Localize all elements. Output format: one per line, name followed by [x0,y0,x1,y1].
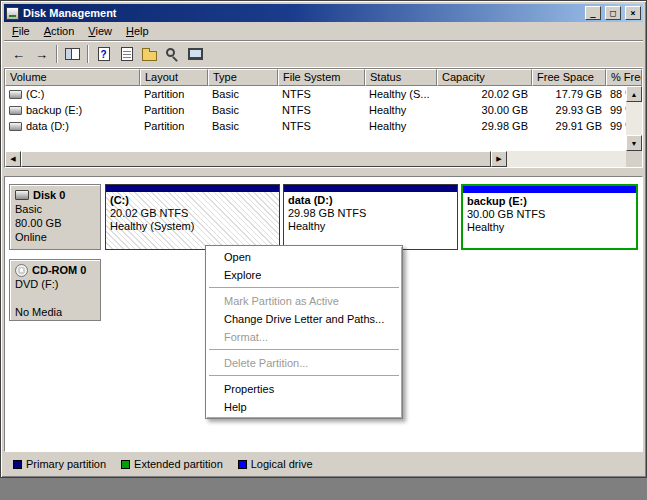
forward-button[interactable]: → [30,44,53,65]
extended-partition-swatch [121,460,130,469]
cell-capacity: 29.98 GB [437,118,532,134]
volume-row-c[interactable]: (C:) Partition Basic NTFS Healthy (S... … [5,86,626,102]
close-button[interactable]: × [625,6,641,20]
console-window-button[interactable] [184,44,207,65]
column-header-capacity[interactable]: Capacity [437,69,532,86]
back-arrow-icon: ← [12,48,25,61]
cdrom-icon [15,264,28,277]
minimize-button[interactable]: _ [585,6,601,20]
cell-status: Healthy [365,118,437,134]
forward-arrow-icon: → [35,48,48,61]
context-menu-delete-partition: Delete Partition... [208,354,400,372]
toolbar-separator [56,45,58,63]
volume-name: (C:) [26,86,44,102]
menu-separator [209,375,399,377]
context-menu-change-drive-letter[interactable]: Change Drive Letter and Paths... [208,310,400,328]
partition-context-menu: Open Explore Mark Partition as Active Ch… [205,245,403,419]
back-button[interactable]: ← [7,44,30,65]
maximize-button[interactable]: □ [605,6,621,20]
column-header-type[interactable]: Type [208,69,278,86]
disk-size: 80.00 GB [15,216,95,230]
context-menu-open[interactable]: Open [208,248,400,266]
scroll-left-icon[interactable] [5,151,21,167]
column-header-free-space[interactable]: Free Space [532,69,606,86]
toolbar: ← → ? [4,41,643,68]
pane-splitter[interactable] [4,168,643,176]
partition-backup[interactable]: backup (E:) 30.00 GB NTFS Healthy [461,184,638,250]
disk-name: Disk 0 [33,188,65,202]
column-header-layout[interactable]: Layout [140,69,208,86]
logical-drive-swatch [238,460,247,469]
volume-drive-icon [9,90,22,99]
title-bar[interactable]: Disk Management _ □ × [4,4,643,22]
scroll-up-icon[interactable] [626,86,642,102]
partition-name: backup (E:) [467,195,632,208]
volume-list-pane: Volume Layout Type File System Status Ca… [4,68,643,168]
toolbar-separator [87,45,89,63]
search-icon [166,48,175,57]
column-header-file-system[interactable]: File System [278,69,365,86]
context-menu-help[interactable]: Help [208,398,400,416]
cdrom-type: DVD (F:) [15,277,95,291]
column-header-volume[interactable]: Volume [5,69,140,86]
cell-file-system: NTFS [278,86,365,102]
partition-data[interactable]: data (D:) 29.98 GB NTFS Healthy [283,184,458,250]
cell-file-system: NTFS [278,102,365,118]
cell-capacity: 30.00 GB [437,102,532,118]
disk-icon [15,190,29,200]
scrollbar-thumb[interactable] [21,151,491,167]
volume-list-rows: (C:) Partition Basic NTFS Healthy (S... … [5,86,626,151]
legend-label: Extended partition [134,458,223,470]
horizontal-scrollbar[interactable] [5,151,642,167]
primary-partition-swatch [13,460,22,469]
context-menu-mark-partition-active: Mark Partition as Active [208,292,400,310]
show-hide-console-tree-button[interactable] [61,44,84,65]
menu-separator [209,349,399,351]
partition-color-bar [106,185,279,192]
scroll-down-icon[interactable] [626,135,642,151]
partition-c[interactable]: (C:) 20.02 GB NTFS Healthy (System) [105,184,280,250]
open-folder-icon [142,51,157,61]
menu-separator [209,287,399,289]
legend-label: Primary partition [26,458,106,470]
cdrom-name: CD-ROM 0 [32,263,86,277]
console-tree-icon [65,48,80,60]
context-menu-format: Format... [208,328,400,346]
cell-free-space: 29.93 GB [532,102,606,118]
window-title: Disk Management [23,7,581,19]
cell-capacity: 20.02 GB [437,86,532,102]
context-menu-properties[interactable]: Properties [208,380,400,398]
menu-action[interactable]: Action [37,23,82,39]
scroll-right-icon[interactable] [491,151,507,167]
cell-status: Healthy (S... [365,86,437,102]
cell-file-system: NTFS [278,118,365,134]
volume-row-data[interactable]: data (D:) Partition Basic NTFS Healthy 2… [5,118,626,134]
partition-color-bar [463,186,636,193]
column-header-status[interactable]: Status [365,69,437,86]
search-button[interactable] [161,44,184,65]
cdrom0-header[interactable]: CD-ROM 0 DVD (F:) No Media [9,259,101,321]
legend-label: Logical drive [251,458,313,470]
partition-size: 30.00 GB NTFS [467,208,632,221]
legend-primary-partition: Primary partition [13,458,106,470]
disk0-row: Disk 0 Basic 80.00 GB Online (C:) 20.02 … [9,184,638,250]
disk0-header[interactable]: Disk 0 Basic 80.00 GB Online [9,184,101,250]
cell-layout: Partition [140,86,208,102]
open-folder-button[interactable] [138,44,161,65]
column-header-pct-free[interactable]: % Free [606,69,642,86]
context-menu-explore[interactable]: Explore [208,266,400,284]
properties-icon [121,47,133,61]
volume-row-backup[interactable]: backup (E:) Partition Basic NTFS Healthy… [5,102,626,118]
menu-file[interactable]: File [5,23,37,39]
menu-view[interactable]: View [81,23,119,39]
partition-size: 20.02 GB NTFS [110,207,275,220]
help-button[interactable]: ? [92,44,115,65]
cdrom-status: No Media [15,305,95,319]
volume-name: data (D:) [26,118,69,134]
menu-bar: File Action View Help [4,22,643,41]
properties-button[interactable] [115,44,138,65]
legend-logical-drive: Logical drive [238,458,313,470]
cell-free-space: 17.79 GB [532,86,606,102]
vertical-scrollbar[interactable] [626,86,642,151]
menu-help[interactable]: Help [119,23,156,39]
